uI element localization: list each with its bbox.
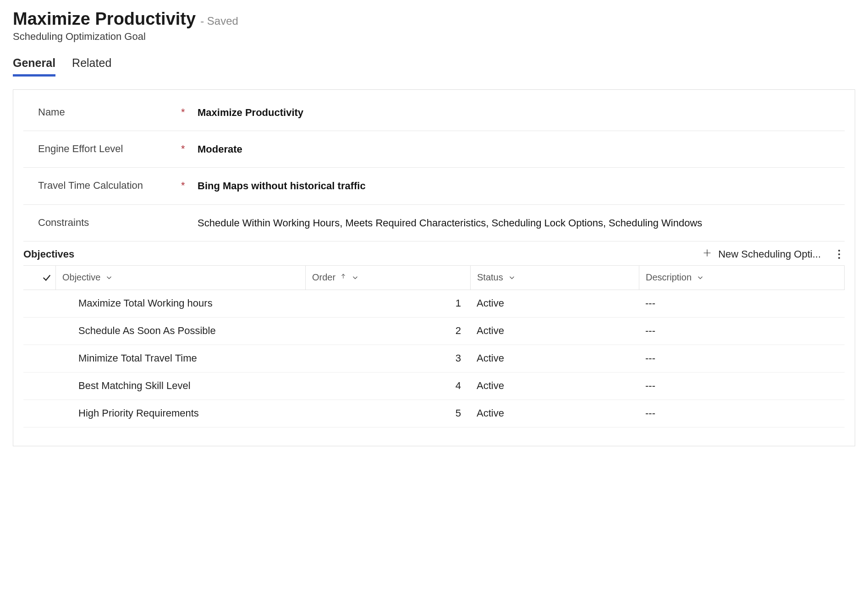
field-value-engine[interactable]: Moderate xyxy=(198,141,845,157)
new-scheduling-optimization-button[interactable]: New Scheduling Opti... xyxy=(703,248,821,260)
cell-objective[interactable]: Schedule As Soon As Possible xyxy=(55,325,305,337)
cell-objective[interactable]: Maximize Total Working hours xyxy=(55,297,305,309)
table-row[interactable]: Schedule As Soon As Possible2Active--- xyxy=(23,318,845,345)
cell-objective[interactable]: Best Matching Skill Level xyxy=(55,380,305,392)
column-label-status: Status xyxy=(477,272,503,283)
plus-icon xyxy=(703,248,712,260)
cell-status: Active xyxy=(470,352,639,364)
chevron-down-icon xyxy=(105,274,113,282)
cell-order: 5 xyxy=(305,407,470,419)
form-tabs: General Related xyxy=(13,56,855,77)
column-header-order[interactable]: Order xyxy=(305,266,470,290)
form-header: Maximize Productivity - Saved Scheduling… xyxy=(13,9,855,43)
cell-order: 3 xyxy=(305,352,470,364)
field-engine-effort[interactable]: Engine Effort Level * Moderate xyxy=(23,131,845,168)
cell-order: 2 xyxy=(305,325,470,337)
objectives-header: Objectives New Scheduling Opti... xyxy=(23,248,845,261)
field-label-constraints: Constraints xyxy=(38,215,181,230)
entity-subtitle: Scheduling Optimization Goal xyxy=(13,31,855,43)
chevron-down-icon xyxy=(508,274,516,282)
grid-header-row: Objective Order Status Description xyxy=(23,265,845,290)
table-row[interactable]: Best Matching Skill Level4Active--- xyxy=(23,373,845,400)
field-value-name[interactable]: Maximize Productivity xyxy=(198,104,845,121)
cell-description: --- xyxy=(639,325,845,337)
column-label-description: Description xyxy=(646,272,692,283)
field-label-engine: Engine Effort Level xyxy=(38,141,181,156)
required-indicator: * xyxy=(181,141,198,156)
field-value-travel[interactable]: Bing Maps without historical traffic xyxy=(198,178,845,194)
required-indicator: * xyxy=(181,104,198,120)
tab-related[interactable]: Related xyxy=(72,56,111,77)
column-header-status[interactable]: Status xyxy=(470,266,639,290)
cell-description: --- xyxy=(639,297,845,309)
cell-status: Active xyxy=(470,297,639,309)
cell-objective[interactable]: Minimize Total Travel Time xyxy=(55,352,305,364)
table-row[interactable]: Minimize Total Travel Time3Active--- xyxy=(23,345,845,373)
required-indicator: * xyxy=(181,178,198,193)
field-label-travel: Travel Time Calculation xyxy=(38,178,181,193)
save-state: - Saved xyxy=(200,15,238,27)
column-label-order: Order xyxy=(312,272,335,283)
column-header-objective[interactable]: Objective xyxy=(55,266,305,290)
svg-point-2 xyxy=(838,257,840,259)
new-button-label: New Scheduling Opti... xyxy=(718,248,821,260)
cell-objective[interactable]: High Priority Requirements xyxy=(55,407,305,419)
table-row[interactable]: High Priority Requirements5Active--- xyxy=(23,400,845,428)
svg-point-0 xyxy=(838,250,840,252)
table-row[interactable]: Maximize Total Working hours1Active--- xyxy=(23,290,845,318)
chevron-down-icon xyxy=(351,274,359,282)
column-header-description[interactable]: Description xyxy=(639,266,845,290)
field-label-name: Name xyxy=(38,104,181,120)
field-travel-time[interactable]: Travel Time Calculation * Bing Maps with… xyxy=(23,168,845,204)
objectives-title: Objectives xyxy=(23,248,74,260)
more-commands-button[interactable] xyxy=(834,248,845,261)
cell-description: --- xyxy=(639,352,845,364)
field-constraints[interactable]: Constraints Schedule Within Working Hour… xyxy=(23,205,845,241)
cell-status: Active xyxy=(470,407,639,419)
cell-description: --- xyxy=(639,407,845,419)
cell-description: --- xyxy=(639,380,845,392)
tab-general[interactable]: General xyxy=(13,56,55,77)
page-title: Maximize Productivity xyxy=(13,9,196,29)
field-value-constraints[interactable]: Schedule Within Working Hours, Meets Req… xyxy=(198,215,845,231)
sort-ascending-icon xyxy=(340,272,346,283)
chevron-down-icon xyxy=(696,274,704,282)
cell-status: Active xyxy=(470,325,639,337)
cell-order: 1 xyxy=(305,297,470,309)
cell-status: Active xyxy=(470,380,639,392)
select-all-checkbox[interactable] xyxy=(23,273,55,283)
column-label-objective: Objective xyxy=(62,272,100,283)
field-name[interactable]: Name * Maximize Productivity xyxy=(23,94,845,131)
objectives-grid: Objective Order Status Description Maxim… xyxy=(23,265,845,428)
general-panel: Name * Maximize Productivity Engine Effo… xyxy=(13,89,855,446)
svg-point-1 xyxy=(838,253,840,255)
cell-order: 4 xyxy=(305,380,470,392)
